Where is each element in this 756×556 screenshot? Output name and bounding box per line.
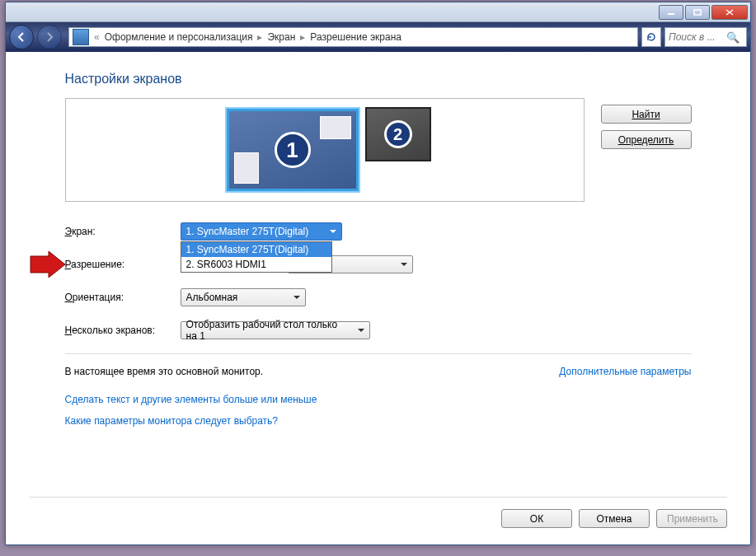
back-button[interactable]	[9, 25, 34, 49]
forward-button[interactable]	[37, 25, 62, 49]
advanced-settings-link[interactable]: Дополнительные параметры	[559, 366, 691, 377]
monitor-2[interactable]: 2	[365, 107, 431, 161]
monitor-number: 1	[275, 132, 311, 168]
divider	[65, 353, 692, 354]
chevron-right-icon: ▸	[298, 31, 307, 43]
chevron-right-icon: ▸	[256, 31, 264, 43]
find-button[interactable]: Найти	[601, 105, 692, 124]
monitor-number: 2	[384, 120, 412, 148]
preview-window-icon	[320, 116, 351, 139]
screen-dropdown-list: 1. SyncMaster 275T(Digital) 2. SR6003 HD…	[181, 241, 332, 273]
orientation-label: Ориентация:	[65, 292, 181, 303]
search-input[interactable]	[669, 31, 726, 43]
page-title: Настройки экранов	[65, 72, 692, 86]
search-icon: 🔍	[726, 31, 740, 44]
breadcrumb-appearance[interactable]: Оформление и персонализация	[101, 31, 256, 43]
monitor-1[interactable]: 1	[227, 109, 359, 191]
breadcrumb-display[interactable]: Экран	[264, 31, 298, 43]
titlebar	[6, 2, 750, 22]
orientation-dropdown[interactable]: Альбомная	[181, 288, 306, 306]
navigation-bar: « Оформление и персонализация ▸ Экран ▸ …	[6, 22, 750, 52]
ok-button[interactable]: ОК	[501, 509, 572, 528]
screen-dropdown[interactable]: 1. SyncMaster 275T(Digital) 1. SyncMaste…	[181, 222, 342, 241]
chevron-icon: «	[92, 31, 101, 43]
refresh-button[interactable]	[641, 27, 661, 47]
screen-label: Экран:	[65, 226, 181, 237]
text-size-link[interactable]: Сделать текст и другие элементы больше и…	[65, 394, 692, 405]
apply-button: Применить	[656, 509, 727, 528]
annotation-arrow-icon	[29, 251, 67, 278]
detect-button[interactable]: Определить	[601, 130, 692, 149]
dropdown-option-2[interactable]: 2. SR6003 HDMI1	[181, 257, 331, 272]
dropdown-value: Альбомная	[186, 292, 238, 303]
display-preview[interactable]: 1 2	[65, 98, 585, 202]
svg-rect-1	[694, 10, 701, 15]
multi-display-label: Несколько экранов:	[65, 325, 181, 336]
cancel-button[interactable]: Отмена	[579, 509, 650, 528]
breadcrumb-resolution[interactable]: Разрешение экрана	[307, 31, 405, 43]
close-button[interactable]	[711, 5, 748, 20]
dropdown-value: 1. SyncMaster 275T(Digital)	[186, 226, 309, 237]
dropdown-value: Отобразить рабочий стол только на 1	[186, 319, 351, 342]
address-bar[interactable]: « Оформление и персонализация ▸ Экран ▸ …	[68, 27, 638, 47]
maximize-button[interactable]	[685, 5, 710, 20]
help-link[interactable]: Какие параметры монитора следует выбрать…	[65, 415, 692, 427]
dropdown-option-1[interactable]: 1. SyncMaster 275T(Digital)	[181, 242, 331, 257]
minimize-button[interactable]	[659, 5, 683, 20]
control-panel-window: « Оформление и персонализация ▸ Экран ▸ …	[5, 2, 751, 545]
dialog-buttons: ОК Отмена Применить	[29, 497, 727, 528]
resolution-label: Разрешение:	[65, 259, 181, 270]
content-area: Настройки экранов 1 2 Найти Определить	[6, 52, 750, 544]
primary-monitor-status: В настоящее время это основной монитор.	[65, 366, 264, 377]
svg-rect-0	[668, 13, 674, 15]
multi-display-dropdown[interactable]: Отобразить рабочий стол только на 1	[181, 321, 370, 339]
preview-window-icon	[234, 152, 259, 184]
control-panel-icon	[73, 29, 89, 45]
search-box[interactable]: 🔍	[664, 27, 747, 47]
